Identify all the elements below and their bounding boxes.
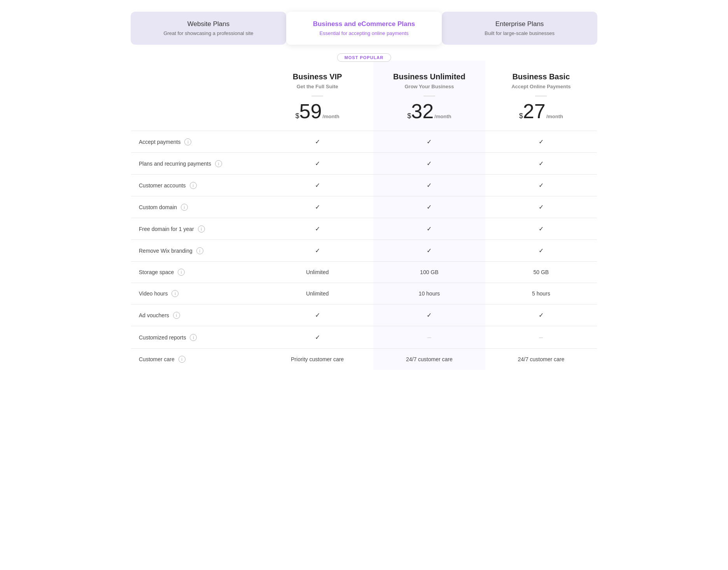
tab-business-title: Business and eCommerce Plans <box>294 20 434 28</box>
plan-unlimited-divider <box>424 96 435 96</box>
info-icon[interactable]: i <box>215 160 222 167</box>
plan-vip-period: /month <box>322 114 339 119</box>
feature-basic-cell: ✓ <box>485 196 597 218</box>
plan-vip-symbol: $ <box>296 112 299 120</box>
info-icon[interactable]: i <box>173 312 180 319</box>
table-row: Remove Wix branding i ✓ ✓ ✓ <box>131 240 597 262</box>
feature-basic-cell: 5 hours <box>485 283 597 304</box>
check-icon: ✓ <box>539 226 544 232</box>
feature-label: Remove Wix branding <box>139 248 192 254</box>
feature-value: Unlimited <box>306 290 329 297</box>
table-row: Ad vouchers i ✓ ✓ ✓ <box>131 304 597 326</box>
tab-enterprise-subtitle: Built for large-scale businesses <box>450 30 590 36</box>
feature-unlimited-cell: ✓ <box>373 218 485 240</box>
feature-basic-cell: 24/7 customer care <box>485 349 597 370</box>
plan-header-basic: Business Basic Accept Online Payments $ … <box>485 61 597 131</box>
plan-header-unlimited: Business Unlimited Grow Your Business $ … <box>373 61 485 131</box>
feature-unlimited-cell: ✓ <box>373 153 485 175</box>
check-icon: ✓ <box>539 138 544 145</box>
feature-value: 5 hours <box>532 290 550 297</box>
plan-unlimited-period: /month <box>434 114 451 119</box>
feature-label: Customer accounts <box>139 182 186 189</box>
feature-label: Customer care <box>139 356 175 362</box>
plan-vip-divider <box>312 96 323 96</box>
tab-website[interactable]: Website Plans Great for showcasing a pro… <box>131 12 286 45</box>
table-row: Free domain for 1 year i ✓ ✓ ✓ <box>131 218 597 240</box>
tab-website-title: Website Plans <box>138 20 278 28</box>
feature-vip-cell: Unlimited <box>261 262 373 283</box>
feature-value: 100 GB <box>420 269 438 275</box>
feature-unlimited-cell: ✓ <box>373 131 485 153</box>
tabs-section: Website Plans Great for showcasing a pro… <box>131 12 597 45</box>
check-icon: ✓ <box>539 182 544 189</box>
feature-label: Accept payments <box>139 139 180 145</box>
info-icon[interactable]: i <box>190 334 197 341</box>
info-icon[interactable]: i <box>198 226 205 233</box>
table-row: Storage space i Unlimited 100 GB 50 GB <box>131 262 597 283</box>
feature-label: Free domain for 1 year <box>139 226 194 232</box>
feature-label: Plans and recurring payments <box>139 161 211 167</box>
check-icon: ✓ <box>315 334 320 341</box>
feature-unlimited-cell: ✓ <box>373 175 485 196</box>
table-row: Customized reports i ✓ – – <box>131 326 597 349</box>
check-icon: ✓ <box>539 204 544 210</box>
check-icon: ✓ <box>427 182 432 189</box>
feature-unlimited-cell: – <box>373 326 485 349</box>
check-icon: ✓ <box>315 160 320 167</box>
check-icon: ✓ <box>427 160 432 167</box>
plan-vip-desc: Get the Full Suite <box>269 84 366 89</box>
feature-value: 50 GB <box>534 269 549 275</box>
plan-vip-name: Business VIP <box>269 72 366 81</box>
check-icon: ✓ <box>315 182 320 189</box>
feature-unlimited-cell: ✓ <box>373 304 485 326</box>
dash-icon: – <box>427 333 431 341</box>
tab-enterprise-title: Enterprise Plans <box>450 20 590 28</box>
feature-vip-cell: ✓ <box>261 326 373 349</box>
info-icon[interactable]: i <box>178 269 185 276</box>
feature-name-cell: Customized reports i <box>131 326 262 349</box>
check-icon: ✓ <box>315 247 320 254</box>
info-icon[interactable]: i <box>190 182 197 189</box>
plan-vip-amount: 59 <box>299 101 322 121</box>
plan-basic-divider <box>535 96 547 96</box>
table-row: Plans and recurring payments i ✓ ✓ ✓ <box>131 153 597 175</box>
info-icon[interactable]: i <box>178 356 186 363</box>
plan-basic-symbol: $ <box>519 112 523 120</box>
table-row: Video hours i Unlimited 10 hours 5 hours <box>131 283 597 304</box>
check-icon: ✓ <box>315 138 320 145</box>
check-icon: ✓ <box>427 226 432 232</box>
plan-unlimited-name: Business Unlimited <box>381 72 478 81</box>
info-icon[interactable]: i <box>172 290 178 297</box>
tab-enterprise[interactable]: Enterprise Plans Built for large-scale b… <box>442 12 597 45</box>
feature-basic-cell: ✓ <box>485 153 597 175</box>
check-icon: ✓ <box>427 247 432 254</box>
feature-vip-cell: ✓ <box>261 131 373 153</box>
plan-unlimited-desc: Grow Your Business <box>381 84 478 89</box>
most-popular-badge: MOST POPULAR <box>337 53 391 62</box>
feature-value: 24/7 customer care <box>518 356 564 362</box>
feature-name-cell: Ad vouchers i <box>131 304 262 326</box>
feature-column-header <box>131 61 262 131</box>
plan-unlimited-price: $ 32 /month <box>381 101 478 121</box>
feature-vip-cell: ✓ <box>261 175 373 196</box>
feature-name-cell: Free domain for 1 year i <box>131 218 262 240</box>
feature-name-cell: Plans and recurring payments i <box>131 153 262 175</box>
check-icon: ✓ <box>315 312 320 318</box>
feature-vip-cell: Priority customer care <box>261 349 373 370</box>
feature-basic-cell: ✓ <box>485 218 597 240</box>
check-icon: ✓ <box>539 160 544 167</box>
feature-basic-cell: ✓ <box>485 175 597 196</box>
tab-business[interactable]: Business and eCommerce Plans Essential f… <box>286 12 442 45</box>
plan-vip-price: $ 59 /month <box>269 101 366 121</box>
tab-website-subtitle: Great for showcasing a professional site <box>138 30 278 36</box>
feature-name-cell: Customer accounts i <box>131 175 262 196</box>
feature-name-cell: Custom domain i <box>131 196 262 218</box>
feature-vip-cell: ✓ <box>261 218 373 240</box>
info-icon[interactable]: i <box>184 138 191 145</box>
feature-unlimited-cell: ✓ <box>373 240 485 262</box>
feature-basic-cell: ✓ <box>485 240 597 262</box>
feature-name-cell: Remove Wix branding i <box>131 240 262 262</box>
info-icon[interactable]: i <box>181 204 188 211</box>
feature-name-cell: Customer care i <box>131 349 262 370</box>
info-icon[interactable]: i <box>196 247 203 254</box>
